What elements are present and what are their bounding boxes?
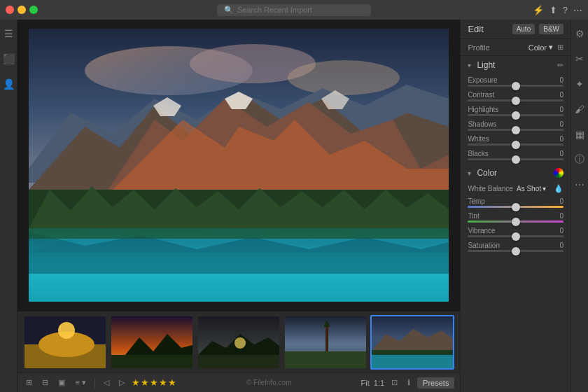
close-button[interactable] — [6, 6, 14, 14]
contrast-slider[interactable] — [468, 99, 564, 102]
center-area: ⊞ ⊟ ▣ ≡ ▾ ◁ ▷ ★★★★★ © FileInfo.com Fit 1… — [18, 20, 460, 392]
profile-row: Profile Color ▾ ⊞ — [461, 39, 570, 56]
search-input[interactable] — [237, 6, 356, 14]
main-photo — [29, 29, 449, 302]
info-button[interactable]: ℹ — [405, 377, 413, 388]
white-balance-value[interactable]: As Shot ▾ — [517, 185, 546, 192]
settings-icon[interactable]: ⚙ — [571, 25, 588, 42]
grid-sm-button[interactable]: ⊟ — [39, 377, 51, 388]
copyright-text: © FileInfo.com — [181, 379, 357, 386]
edit-header: Edit Auto B&W — [461, 20, 570, 39]
grid-view-button[interactable]: ⊞ — [23, 377, 35, 388]
whites-slider[interactable] — [468, 144, 564, 146]
temp-slider-row: Temp 0 — [461, 195, 570, 210]
fit-label: Fit — [361, 379, 370, 387]
exposure-slider-row: Exposure 0 — [461, 74, 570, 89]
contrast-slider-row: Contrast 0 — [461, 89, 570, 104]
traffic-lights — [6, 6, 38, 14]
info2-icon[interactable]: ⓘ — [571, 151, 588, 168]
filmstrip-thumb-1[interactable] — [23, 315, 107, 370]
left-sidebar: ☰ ⬛ 👤 — [0, 20, 18, 392]
tint-slider[interactable] — [468, 220, 564, 223]
light-edit-icon[interactable]: ✏ — [557, 61, 564, 70]
color-section-title: Color — [477, 168, 554, 178]
light-collapse-icon: ▾ — [468, 62, 471, 69]
share-icon[interactable]: ⬆ — [550, 5, 557, 15]
heal-icon[interactable]: ✦ — [571, 76, 588, 92]
highlights-slider-row: Highlights 0 — [461, 104, 570, 118]
profile-dropdown-icon: ▾ — [549, 43, 553, 52]
svg-point-20 — [58, 322, 75, 339]
search-bar[interactable]: 🔍 — [217, 4, 371, 16]
minimize-button[interactable] — [18, 6, 26, 14]
tint-slider-row: Tint 0 — [461, 210, 570, 225]
highlights-slider[interactable] — [468, 114, 564, 116]
flag-button[interactable]: ▷ — [116, 377, 127, 388]
bottom-bar: ⊞ ⊟ ▣ ≡ ▾ ◁ ▷ ★★★★★ © FileInfo.com Fit 1… — [18, 372, 460, 392]
edit-title: Edit — [468, 24, 507, 34]
svg-rect-16 — [29, 228, 449, 239]
people-icon[interactable]: 👤 — [0, 76, 17, 92]
far-right-panel: ⚙ ✂ ✦ 🖌 ▦ ⓘ ⋯ — [570, 20, 588, 392]
wb-value-text: As Shot — [517, 185, 541, 192]
search-icon: 🔍 — [224, 6, 234, 15]
filmstrip-thumb-2[interactable] — [110, 315, 194, 370]
dots-icon[interactable]: ⋯ — [571, 176, 588, 193]
color-collapse-icon: ▾ — [468, 169, 471, 177]
library-icon[interactable]: ☰ — [0, 25, 17, 42]
vibrance-slider[interactable] — [468, 235, 564, 237]
exposure-slider[interactable] — [468, 85, 564, 87]
profile-value[interactable]: Color ▾ — [528, 43, 553, 52]
shadows-slider[interactable] — [468, 129, 564, 131]
blacks-slider-row: Blacks 0 — [461, 148, 570, 162]
shadows-slider-row: Shadows 0 — [461, 118, 570, 133]
maximize-button[interactable] — [29, 6, 38, 14]
filmstrip — [18, 311, 460, 372]
temp-slider[interactable] — [468, 206, 564, 208]
main-area: ☰ ⬛ 👤 — [0, 20, 588, 392]
svg-point-3 — [288, 60, 400, 95]
filmstrip-thumb-3[interactable] — [197, 315, 281, 370]
single-view-button[interactable]: ▣ — [55, 377, 68, 388]
filmstrip-thumb-4[interactable] — [284, 315, 368, 370]
saturation-slider[interactable] — [468, 250, 564, 252]
color-section-header[interactable]: ▾ Color — [461, 164, 570, 182]
svg-rect-31 — [326, 327, 328, 351]
bw-button[interactable]: B&W — [539, 24, 564, 34]
filmstrip-thumb-5[interactable] — [370, 315, 454, 370]
star-rating[interactable]: ★★★★★ — [132, 377, 177, 388]
vibrance-slider-row: Vibrance 0 — [461, 225, 570, 239]
color-sliders: Temp 0 Tint 0 Vibrance 0 — [461, 195, 570, 254]
svg-rect-25 — [198, 355, 281, 370]
svg-rect-22 — [111, 355, 194, 370]
light-section-header[interactable]: ▾ Light ✏ — [461, 56, 570, 74]
flag-reject-button[interactable]: ◁ — [101, 377, 112, 388]
help-icon[interactable]: ? — [563, 5, 568, 15]
develop-icon[interactable]: ⬛ — [0, 50, 17, 67]
auto-button[interactable]: Auto — [512, 24, 536, 34]
svg-rect-29 — [285, 351, 368, 370]
white-balance-label: White Balance — [468, 185, 513, 192]
white-balance-row: White Balance As Shot ▾ 💧 — [461, 182, 570, 195]
compare-button[interactable]: ⊡ — [388, 377, 400, 388]
more-icon[interactable]: ⋯ — [573, 5, 582, 15]
panel-icon[interactable]: ▦ — [571, 126, 588, 143]
light-sliders: Exposure 0 Contrast 0 Highlights 0 — [461, 74, 570, 162]
svg-point-27 — [234, 337, 246, 349]
blacks-slider[interactable] — [468, 158, 564, 160]
right-panel: Edit Auto B&W Profile Color ▾ ⊞ ▾ Light … — [460, 20, 570, 392]
sort-button[interactable]: ≡ ▾ — [72, 377, 88, 388]
saturation-slider-row: Saturation 0 — [461, 239, 570, 254]
crop-icon[interactable]: ✂ — [571, 50, 588, 67]
profile-grid-icon[interactable]: ⊞ — [557, 43, 564, 52]
photo-viewer — [18, 20, 460, 311]
brush-icon[interactable]: 🖌 — [571, 101, 588, 118]
profile-value-text: Color — [528, 43, 547, 52]
presets-button[interactable]: Presets — [417, 377, 454, 388]
filter-icon[interactable]: ⚡ — [533, 5, 544, 15]
light-section-title: Light — [477, 60, 557, 70]
mountain-scene — [29, 29, 449, 302]
eyedropper-icon[interactable]: 💧 — [554, 184, 564, 193]
wb-dropdown-icon: ▾ — [542, 185, 546, 192]
profile-label: Profile — [468, 43, 528, 52]
